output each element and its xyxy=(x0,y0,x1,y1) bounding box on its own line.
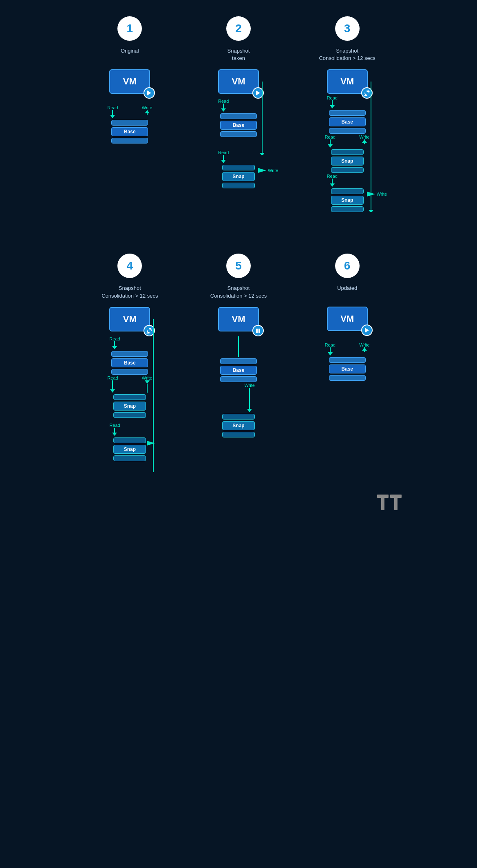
disk-snap2-3: Snap xyxy=(331,196,364,205)
disk-top-1 xyxy=(111,120,148,126)
svg-marker-37 xyxy=(147,441,155,446)
disk-group-snap-5: Snap xyxy=(222,413,255,438)
scenario-3: 3 SnapshotConsolidation > 12 secs VM xyxy=(303,16,392,213)
disk-group-base-5: Base xyxy=(220,358,257,383)
disk-base-6: Base xyxy=(329,364,366,373)
svg-marker-47 xyxy=(362,347,367,351)
diagram-5: VM xyxy=(194,307,283,438)
svg-rect-38 xyxy=(256,329,258,333)
disk-snap-2: Snap xyxy=(222,172,255,181)
top-row: 1 Original VM Read xyxy=(75,16,402,213)
disk-base-2: Base xyxy=(220,121,257,130)
disk-group-snap1-4: Snap xyxy=(113,393,146,419)
svg-marker-43 xyxy=(365,328,369,333)
svg-marker-32 xyxy=(110,389,115,393)
svg-rect-50 xyxy=(390,495,402,498)
svg-rect-51 xyxy=(394,498,398,510)
disk-base-1: Base xyxy=(111,127,148,136)
vm-icon-6 xyxy=(361,325,373,336)
svg-marker-45 xyxy=(328,352,333,356)
svg-rect-39 xyxy=(258,329,260,333)
svg-rect-49 xyxy=(381,498,384,510)
diagram-6: VM Read Write xyxy=(303,307,392,382)
svg-marker-20 xyxy=(328,144,333,148)
circle-5: 5 xyxy=(226,254,251,278)
disk-group-base-2: Base xyxy=(220,113,257,138)
scenario-6: 6 Updated VM Read xyxy=(303,254,392,382)
diagram-1: VM Read Write xyxy=(85,69,174,144)
disk-base-3: Base xyxy=(329,117,366,126)
svg-marker-25 xyxy=(367,192,375,197)
svg-marker-42 xyxy=(247,409,252,412)
vm-box-5: VM xyxy=(218,307,259,331)
disk-base-4: Base xyxy=(111,358,148,367)
label-6: Updated xyxy=(337,285,357,299)
vm-box-6: VM xyxy=(327,307,368,331)
disk-group-snap2-4: Snap xyxy=(113,437,146,462)
disk-snap1-4: Snap xyxy=(113,402,146,411)
label-1: Original xyxy=(121,47,139,62)
label-4: SnapshotConsolidation > 12 secs xyxy=(102,285,158,299)
disk-group-snap1-3: Snap xyxy=(331,148,364,174)
scenario-5: 5 SnapshotConsolidation > 12 secs VM xyxy=(194,254,283,438)
disk-group-1: Base xyxy=(111,119,148,144)
vm-box-3: VM xyxy=(327,69,368,94)
label-2: Snapshottaken xyxy=(227,47,250,62)
svg-marker-24 xyxy=(330,183,335,187)
svg-marker-9 xyxy=(221,108,226,112)
diagram-2: VM Read xyxy=(194,69,283,189)
circle-4: 4 xyxy=(117,254,142,278)
vm-box-2: VM xyxy=(218,69,259,94)
brand-logo xyxy=(377,495,402,515)
svg-rect-48 xyxy=(377,495,389,498)
disk-group-base-3: Base xyxy=(329,109,366,135)
svg-marker-16 xyxy=(369,210,373,212)
disk-snap2-4: Snap xyxy=(113,445,146,454)
disk-group-base-6: Base xyxy=(329,356,366,382)
label-5: SnapshotConsolidation > 12 secs xyxy=(210,285,267,299)
vm-icon-5 xyxy=(252,325,264,336)
circle-1: 1 xyxy=(117,16,142,41)
bottom-row: 4 SnapshotConsolidation > 12 secs VM xyxy=(75,254,402,462)
svg-marker-0 xyxy=(147,91,151,95)
disk-bot-1 xyxy=(111,138,148,144)
scenario-4: 4 SnapshotConsolidation > 12 secs VM xyxy=(85,254,174,462)
svg-marker-22 xyxy=(362,139,367,143)
diagram-4: VM xyxy=(85,307,174,462)
scenario-2: 2 Snapshottaken VM xyxy=(194,16,283,189)
svg-marker-2 xyxy=(110,115,115,118)
svg-marker-30 xyxy=(112,346,117,349)
disk-group-snap-2: Snap xyxy=(222,164,255,189)
scenario-1: 1 Original VM Read xyxy=(85,16,174,144)
svg-marker-18 xyxy=(330,105,335,108)
circle-3: 3 xyxy=(335,16,360,41)
svg-marker-4 xyxy=(145,110,150,113)
svg-marker-12 xyxy=(258,168,266,173)
disk-snap1-3: Snap xyxy=(331,157,364,166)
label-3: SnapshotConsolidation > 12 secs xyxy=(319,47,375,62)
circle-2: 2 xyxy=(226,16,251,41)
svg-marker-7 xyxy=(260,153,265,155)
page-container: 1 Original VM Read xyxy=(75,16,402,852)
vm-icon-1 xyxy=(144,87,155,99)
logo-area xyxy=(75,486,402,523)
disk-group-snap2-3: Snap xyxy=(331,188,364,213)
svg-marker-11 xyxy=(221,160,226,163)
svg-marker-34 xyxy=(145,380,150,384)
disk-base-5: Base xyxy=(220,366,257,375)
vm-box-4: VM xyxy=(109,307,150,331)
circle-6: 6 xyxy=(335,254,360,278)
svg-marker-36 xyxy=(112,433,117,436)
disk-snap-5: Snap xyxy=(222,421,255,430)
vm-box-1: VM xyxy=(109,69,150,94)
disk-group-base-4: Base xyxy=(111,350,148,375)
diagram-3: VM xyxy=(303,69,392,213)
